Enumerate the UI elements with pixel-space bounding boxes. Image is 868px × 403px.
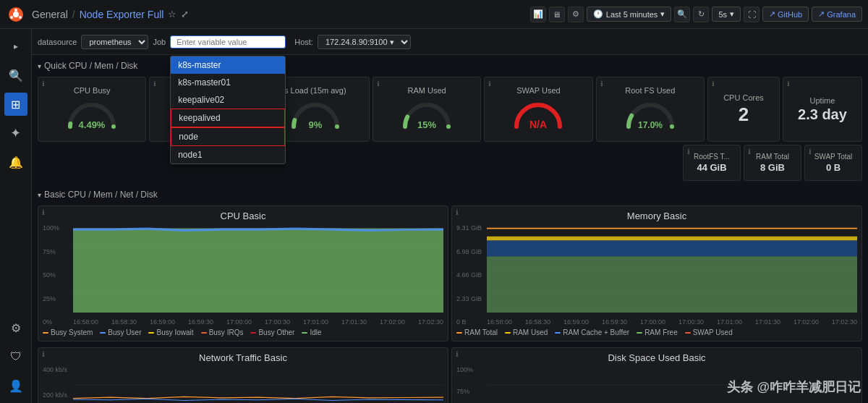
refresh-rate-btn[interactable]: 5s ▾ (712, 7, 741, 22)
sidebar-alerts[interactable]: 🔔 (4, 150, 27, 174)
nav-sep1: / (72, 9, 75, 20)
top-nav: General / Node Exporter Full ☆ ⤢ 📊 🖥 ⚙ 🕐… (0, 0, 868, 29)
sidebar-user[interactable]: 👤 (4, 374, 27, 397)
mem-x-4: 16:59:30 (602, 318, 627, 326)
swap-total-title: SWAP Total (814, 153, 853, 161)
mem-x-5: 17:00:00 (640, 318, 665, 326)
sidebar-toggle[interactable]: ▸ (4, 35, 27, 58)
legend-ram-free-dot (637, 332, 642, 334)
memory-basic-info: ℹ (456, 208, 459, 216)
job-input[interactable] (170, 35, 286, 48)
sidebar-shield[interactable]: 🛡 (4, 345, 27, 368)
dropdown-item-k8s-master01[interactable]: k8s-master01 (171, 74, 285, 91)
datasource-select[interactable]: prometheus (81, 35, 148, 49)
dropdown-item-node[interactable]: node (171, 127, 285, 146)
dropdown-item-keepalive02[interactable]: keepalive02 (171, 91, 285, 109)
svg-point-2 (14, 9, 17, 12)
disk-panel: ℹ Disk Space Used Basic 100% 75% 50% (451, 347, 862, 403)
memory-chart-inner (487, 224, 857, 313)
cpu-y-100: 100% (43, 224, 72, 232)
cpu-y-50: 50% (43, 271, 72, 279)
host-select[interactable]: 172.24.8.90:9100 ▾ (318, 35, 411, 49)
svg-point-3 (10, 16, 13, 19)
legend-ram-used-label: RAM Used (513, 328, 548, 336)
legend-ram-cache-dot (555, 332, 561, 334)
root-fs-gauge: 17.0% (621, 96, 679, 132)
mem-x-10: 17:02:30 (832, 318, 857, 326)
memory-y-labels: 9.31 GiB 6.98 GiB 4.66 GiB 2.33 GiB 0 B (456, 224, 485, 326)
quick-section-header[interactable]: ▾ Quick CPU / Mem / Disk (38, 58, 862, 74)
main-chart-row: ℹ CPU Basic 100% 75% 50% 25% 0% (32, 203, 868, 344)
network-chart-svg (73, 366, 443, 403)
mem-y-1: 9.31 GiB (456, 224, 485, 232)
cpu-basic-info: ℹ (42, 208, 45, 216)
time-range-btn[interactable]: 🕐 Last 5 minutes ▾ (587, 7, 672, 22)
sys-load-15m-title: s Load (15m avg) (284, 86, 346, 95)
svg-text:9%: 9% (308, 119, 322, 130)
uptime-title: Uptime (810, 96, 835, 105)
legend-busy-other: Busy Other (250, 328, 294, 336)
settings-icon[interactable]: ⚙ (568, 7, 584, 22)
dropdown-item-node1[interactable]: node1 (171, 146, 285, 164)
network-panel: ℹ Network Traffic Basic 400 kb/s 200 kb/… (38, 347, 448, 403)
bar-chart-icon[interactable]: 📊 (530, 7, 546, 22)
swap-total-panel: ℹ SWAP Total 0 B (804, 145, 862, 181)
legend-busy-user-dot (100, 332, 106, 334)
favorite-icon[interactable]: ☆ (168, 9, 176, 20)
basic-section-header[interactable]: ▾ Basic CPU / Mem / Net / Disk (38, 187, 862, 203)
tv-icon[interactable]: 🖥 (549, 7, 565, 22)
mem-x-6: 17:00:30 (678, 318, 704, 326)
legend-busy-iowait-label: Busy Iowait (156, 328, 193, 336)
memory-chart-legend: RAM Total RAM Used RAM Cache + Buffer RA… (456, 328, 857, 336)
mem-x-8: 17:01:30 (755, 318, 780, 326)
refresh-icon[interactable]: ↻ (693, 7, 709, 22)
sidebar-dashboard[interactable]: ⊞ (4, 93, 27, 116)
cpu-x-6: 17:00:30 (265, 318, 290, 326)
datasource-label: datasource (38, 38, 77, 46)
memory-chart-svg (487, 224, 857, 313)
swap-used-panel: ℹ SWAP Used N/A (484, 77, 592, 142)
legend-busy-irqs-label: Busy IRQs (209, 328, 244, 336)
uptime-value: 2.3 day (798, 106, 847, 123)
legend-busy-iowait: Busy Iowait (148, 328, 193, 336)
swap-used-title: SWAP Used (516, 86, 561, 95)
mem-x-7: 17:01:00 (717, 318, 742, 326)
dropdown-item-k8s-master[interactable]: k8s-master (171, 56, 285, 74)
cpu-x-2: 16:58:30 (111, 318, 137, 326)
legend-busy-user-label: Busy User (108, 328, 141, 336)
root-fs-panel: ℹ Root FS Used 17.0% (596, 77, 705, 142)
nav-dashboard-title[interactable]: Node Exporter Full (80, 9, 164, 20)
dropdown-item-keepalived[interactable]: keepalived (171, 109, 285, 127)
legend-busy-other-label: Busy Other (258, 328, 294, 336)
mem-x-2: 16:58:30 (525, 318, 550, 326)
legend-busy-other-dot (250, 332, 256, 334)
mem-x-3: 16:59:00 (563, 318, 589, 326)
mem-y-5: 0 B (456, 318, 485, 326)
expand-icon[interactable]: ⛶ (744, 7, 760, 22)
share-icon[interactable]: ⤢ (181, 9, 189, 20)
github-btn[interactable]: ↗ GitHub (762, 7, 809, 22)
clock-icon: 🕐 (593, 9, 603, 19)
network-y-labels: 400 kb/s 200 kb/s (43, 366, 72, 403)
sidebar-search[interactable]: 🔍 (4, 64, 27, 87)
sidebar-explore[interactable]: ✦ (4, 122, 27, 145)
net-y-1: 400 kb/s (43, 366, 72, 373)
memory-x-labels: 16:58:00 16:58:30 16:59:00 16:59:30 17:0… (487, 318, 857, 326)
legend-busy-system-dot (43, 332, 48, 334)
mem-y-4: 2.33 GiB (456, 295, 485, 302)
grafana-btn[interactable]: ↗ Grafana (812, 7, 862, 22)
sidebar-settings[interactable]: ⚙ (4, 316, 27, 339)
swap-total-value: 0 B (826, 162, 841, 173)
legend-busy-iowait-dot (148, 332, 154, 334)
app-logo[interactable] (6, 4, 26, 25)
legend-ram-total: RAM Total (456, 328, 498, 336)
swap-used-gauge: N/A (509, 96, 567, 132)
cpu-x-8: 17:01:30 (341, 318, 367, 326)
main-layout: ▸ 🔍 ⊞ ✦ 🔔 ⚙ 🛡 👤 datasource prometheus Jo… (0, 29, 868, 403)
search-time-icon[interactable]: 🔍 (674, 7, 690, 22)
nav-general[interactable]: General (32, 9, 68, 20)
cpu-x-1: 16:58:00 (73, 318, 98, 326)
ram-used-gauge: 15% (398, 96, 456, 132)
refresh-rate-label: 5s (718, 10, 727, 19)
disk-chart-area: 100% 75% 50% (456, 366, 857, 403)
